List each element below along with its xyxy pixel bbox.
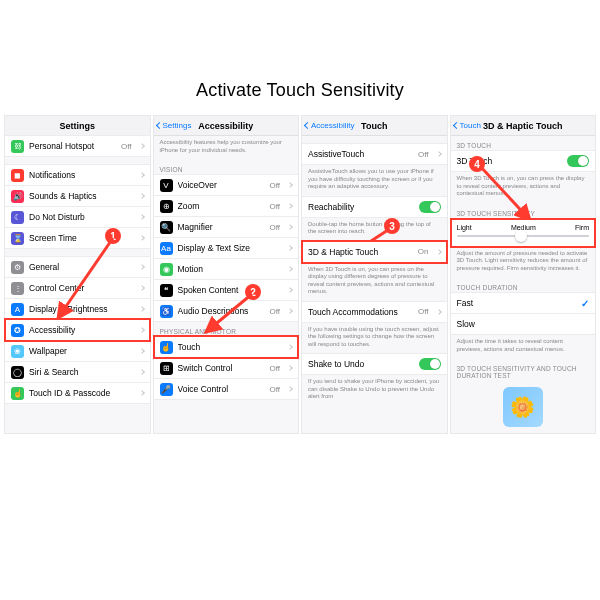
row-magnifier[interactable]: 🔍 Magnifier Off <box>154 216 299 238</box>
header-accessibility: Settings Accessibility <box>154 116 299 136</box>
row-voiceover[interactable]: V VoiceOver Off <box>154 174 299 196</box>
app-icon: ◯ <box>11 366 24 379</box>
chevron-right-icon <box>287 245 293 251</box>
app-icon: Aa <box>160 242 173 255</box>
badge-2: 2 <box>245 284 261 300</box>
chevron-right-icon <box>139 306 145 312</box>
row-touch[interactable]: ☝ Touch <box>154 336 299 358</box>
panel-settings: Settings ⛓ Personal Hotspot Off ◼ Notifi… <box>4 115 151 434</box>
app-icon: ♿ <box>160 305 173 318</box>
back-to-touch[interactable]: Touch <box>454 121 481 130</box>
row-zoom[interactable]: ⊕ Zoom Off <box>154 195 299 217</box>
app-icon: ⛓ <box>11 140 24 153</box>
row-siri-search[interactable]: ◯ Siri & Search <box>5 361 150 383</box>
chevron-right-icon <box>139 369 145 375</box>
row-personal-hotspot[interactable]: ⛓ Personal Hotspot Off <box>5 135 150 157</box>
row-notifications[interactable]: ◼ Notifications <box>5 164 150 186</box>
row-spoken-content[interactable]: ❝ Spoken Content <box>154 279 299 301</box>
row-control-center[interactable]: ⋮ Control Center <box>5 277 150 299</box>
page-title: Activate Touch Sensitivity <box>4 80 596 101</box>
chevron-right-icon <box>436 151 442 157</box>
row-display-text-size[interactable]: Aa Display & Text Size <box>154 237 299 259</box>
slider-thumb[interactable] <box>515 230 527 242</box>
app-icon: ☾ <box>11 211 24 224</box>
chevron-right-icon <box>139 348 145 354</box>
header-3d-haptic: Touch 3D & Haptic Touch <box>451 116 596 136</box>
header-settings: Settings <box>5 116 150 136</box>
chevron-right-icon <box>139 390 145 396</box>
chevron-right-icon <box>287 182 293 188</box>
app-icon: ❝ <box>160 284 173 297</box>
back-to-accessibility[interactable]: Accessibility <box>305 121 355 130</box>
app-icon: ◉ <box>160 263 173 276</box>
chevron-right-icon <box>139 172 145 178</box>
row-3d-haptic-touch[interactable]: 3D & Haptic Touch On <box>302 241 447 263</box>
chevron-right-icon <box>287 224 293 230</box>
row-switch-control[interactable]: ⊞ Switch Control Off <box>154 357 299 379</box>
chevron-right-icon <box>139 235 145 241</box>
toggle-shake-undo[interactable] <box>419 358 441 370</box>
row-voice-control[interactable]: 🎤 Voice Control Off <box>154 378 299 400</box>
panel-accessibility: Settings Accessibility Accessibility fea… <box>153 115 300 434</box>
chevron-right-icon <box>287 386 293 392</box>
panel-touch: Accessibility Touch AssistiveTouch Off A… <box>301 115 448 434</box>
app-icon: 🔍 <box>160 221 173 234</box>
toggle-reachability[interactable] <box>419 201 441 213</box>
row-sounds-haptics[interactable]: 🔊 Sounds & Haptics <box>5 185 150 207</box>
row-wallpaper[interactable]: ❀ Wallpaper <box>5 340 150 362</box>
chevron-right-icon <box>139 285 145 291</box>
chevron-right-icon <box>287 344 293 350</box>
app-icon: 🎤 <box>160 383 173 396</box>
chevron-left-icon <box>304 122 311 129</box>
check-icon: ✓ <box>581 298 589 309</box>
app-icon: 🔊 <box>11 190 24 203</box>
row-display-brightness[interactable]: A Display & Brightness <box>5 298 150 320</box>
chevron-right-icon <box>287 365 293 371</box>
row-screen-time[interactable]: ⌛ Screen Time <box>5 227 150 249</box>
back-to-settings[interactable]: Settings <box>157 121 192 130</box>
row-accessibility[interactable]: ✪ Accessibility <box>5 319 150 341</box>
chevron-right-icon <box>139 214 145 220</box>
chevron-right-icon <box>139 193 145 199</box>
app-icon: ☝ <box>11 387 24 400</box>
app-icon: V <box>160 179 173 192</box>
row-slow[interactable]: Slow <box>451 313 596 335</box>
app-icon: ☝ <box>160 341 173 354</box>
app-icon: ⊕ <box>160 200 173 213</box>
row-touch-id-passcode[interactable]: ☝ Touch ID & Passcode <box>5 382 150 404</box>
row-do-not-disturb[interactable]: ☾ Do Not Disturb <box>5 206 150 228</box>
app-icon: ✪ <box>11 324 24 337</box>
row-audio-descriptions[interactable]: ♿ Audio Descriptions Off <box>154 300 299 322</box>
chevron-right-icon <box>436 249 442 255</box>
chevron-right-icon <box>287 266 293 272</box>
chevron-right-icon <box>287 203 293 209</box>
chevron-left-icon <box>155 122 162 129</box>
toggle-3d-touch[interactable] <box>567 155 589 167</box>
chevron-right-icon <box>139 327 145 333</box>
chevron-right-icon <box>287 287 293 293</box>
app-icon: ⚙ <box>11 261 24 274</box>
chevron-right-icon <box>139 264 145 270</box>
app-icon: ❀ <box>11 345 24 358</box>
header-touch: Accessibility Touch <box>302 116 447 136</box>
badge-3: 3 <box>384 218 400 234</box>
poppy-image[interactable]: 🌼 <box>503 387 543 427</box>
chevron-left-icon <box>452 122 459 129</box>
row-fast[interactable]: Fast ✓ <box>451 292 596 314</box>
row-motion[interactable]: ◉ Motion <box>154 258 299 280</box>
chevron-right-icon <box>139 143 145 149</box>
row-assistivetouch[interactable]: AssistiveTouch Off <box>302 143 447 165</box>
badge-4: 4 <box>469 156 485 172</box>
row-touch-accommodations[interactable]: Touch Accommodations Off <box>302 301 447 323</box>
badge-1: 1 <box>105 228 121 244</box>
row-general[interactable]: ⚙ General <box>5 256 150 278</box>
app-icon: ◼ <box>11 169 24 182</box>
app-icon: ⊞ <box>160 362 173 375</box>
sensitivity-slider[interactable]: Light Medium Firm <box>451 219 596 247</box>
row-reachability[interactable]: Reachability <box>302 196 447 218</box>
chevron-right-icon <box>436 309 442 315</box>
row-shake-to-undo[interactable]: Shake to Undo <box>302 353 447 375</box>
app-icon: ⋮ <box>11 282 24 295</box>
chevron-right-icon <box>287 308 293 314</box>
app-icon: ⌛ <box>11 232 24 245</box>
